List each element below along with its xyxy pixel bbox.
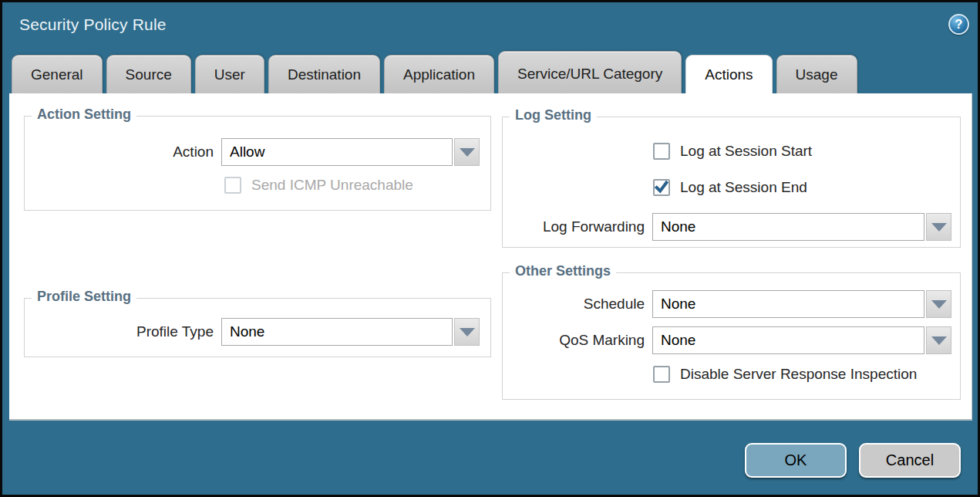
chevron-down-icon <box>931 336 947 345</box>
action-label: Action <box>25 144 214 161</box>
action-setting-group: Action Setting Action Allow Send ICMP Un… <box>24 116 491 211</box>
log-forwarding-label: Log Forwarding <box>503 218 645 235</box>
cancel-button[interactable]: Cancel <box>859 443 961 478</box>
profile-type-dropdown[interactable]: None <box>221 318 480 346</box>
qos-marking-dropdown[interactable]: None <box>652 326 951 354</box>
schedule-row: Schedule None <box>503 290 951 318</box>
security-policy-rule-dialog: Security Policy Rule ? General Source Us… <box>0 0 980 497</box>
tab-general[interactable]: General <box>12 55 103 93</box>
qos-marking-row: QoS Marking None <box>503 326 951 354</box>
schedule-dropdown-value[interactable]: None <box>652 290 924 318</box>
profile-type-dropdown-button[interactable] <box>454 318 480 346</box>
log-forwarding-dropdown-button[interactable] <box>926 213 951 241</box>
chevron-down-icon <box>931 300 947 309</box>
log-session-start-row: Log at Session Start <box>653 143 812 160</box>
log-setting-group: Log Setting Log at Session Start Log at … <box>502 117 961 248</box>
action-dropdown-value[interactable]: Allow <box>221 138 453 166</box>
help-icon[interactable]: ? <box>948 14 969 35</box>
tab-bar: General Source User Destination Applicat… <box>12 51 857 93</box>
other-settings-legend: Other Settings <box>510 263 616 279</box>
log-forwarding-dropdown-value[interactable]: None <box>652 213 924 241</box>
log-session-end-row: Log at Session End <box>653 179 807 196</box>
dialog-title: Security Policy Rule <box>19 15 167 34</box>
profile-type-row: Profile Type None <box>25 318 480 346</box>
send-icmp-row: Send ICMP Unreachable <box>224 177 413 194</box>
profile-setting-group: Profile Setting Profile Type None <box>24 298 491 357</box>
tab-source[interactable]: Source <box>106 55 191 93</box>
action-row: Action Allow <box>25 138 480 166</box>
tab-service-url-category[interactable]: Service/URL Category <box>498 51 682 93</box>
log-session-end-label: Log at Session End <box>680 179 807 196</box>
other-settings-group: Other Settings Schedule None QoS Marking… <box>502 272 961 400</box>
schedule-label: Schedule <box>503 296 645 313</box>
tab-user[interactable]: User <box>195 55 264 93</box>
log-forwarding-row: Log Forwarding None <box>503 213 951 241</box>
log-forwarding-dropdown[interactable]: None <box>652 213 951 241</box>
question-mark-glyph: ? <box>955 18 963 32</box>
action-dropdown-button[interactable] <box>454 138 480 166</box>
tab-destination[interactable]: Destination <box>268 55 380 93</box>
log-session-end-checkbox[interactable] <box>653 179 670 196</box>
tab-usage[interactable]: Usage <box>776 55 857 93</box>
action-setting-legend: Action Setting <box>32 106 136 123</box>
content-panel: Action Setting Action Allow Send ICMP Un… <box>9 93 972 421</box>
chevron-down-icon <box>460 328 475 336</box>
log-session-start-label: Log at Session Start <box>680 143 812 160</box>
disable-sri-row: Disable Server Response Inspection <box>653 366 917 383</box>
chevron-down-icon <box>460 148 475 157</box>
chevron-down-icon <box>931 223 947 232</box>
qos-marking-dropdown-button[interactable] <box>926 326 951 354</box>
log-session-start-checkbox[interactable] <box>653 143 670 160</box>
qos-marking-label: QoS Marking <box>503 332 645 349</box>
action-dropdown[interactable]: Allow <box>221 138 480 166</box>
send-icmp-checkbox <box>224 177 241 194</box>
disable-server-response-inspection-label: Disable Server Response Inspection <box>680 366 917 383</box>
send-icmp-label: Send ICMP Unreachable <box>251 177 413 194</box>
ok-button[interactable]: OK <box>745 443 847 478</box>
disable-server-response-inspection-checkbox[interactable] <box>653 366 670 383</box>
tab-actions[interactable]: Actions <box>685 55 772 93</box>
checkmark-icon <box>655 180 668 195</box>
log-setting-legend: Log Setting <box>510 107 597 123</box>
profile-type-label: Profile Type <box>25 323 214 340</box>
schedule-dropdown[interactable]: None <box>652 290 951 318</box>
schedule-dropdown-button[interactable] <box>926 290 951 318</box>
qos-marking-dropdown-value[interactable]: None <box>652 326 924 354</box>
profile-setting-legend: Profile Setting <box>32 289 136 305</box>
tab-application[interactable]: Application <box>384 55 494 93</box>
profile-type-dropdown-value[interactable]: None <box>221 318 453 346</box>
